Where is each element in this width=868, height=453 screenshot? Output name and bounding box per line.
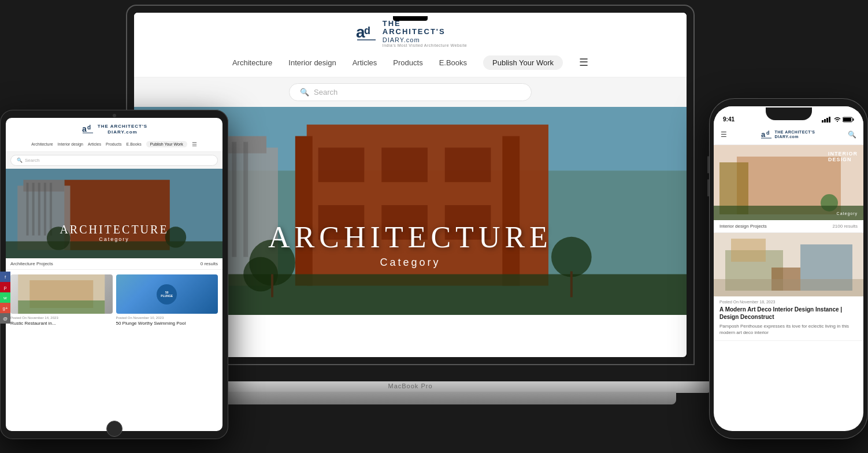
ipad-category-label: Architecture Projects [10,261,53,266]
iphone-search-icon[interactable]: 🔍 [848,131,856,139]
ipad-nav-publish[interactable]: Publish Your Work [146,141,187,147]
nav-articles[interactable]: Articles [353,58,377,67]
nav-ebooks[interactable]: E.Books [439,58,467,67]
ipad-google-icon[interactable]: g+ [6,303,10,313]
iphone-logo-icon: a d [760,128,773,141]
ipad-category-results: 0 results [201,261,218,266]
iphone-card-image [714,233,863,296]
ipad-facebook-icon[interactable]: f [6,272,10,282]
ipad-home-button[interactable] [106,421,123,437]
iphone-nav-bar: ☰ a d THE ARCHITECT'SDIARY.com 🔍 [714,125,863,145]
ipad-logo-icon: a d [81,122,95,136]
svg-rect-70 [731,239,766,262]
iphone-signal-area [822,117,854,122]
ipad-pinterest-icon[interactable]: p [6,282,10,292]
ipad-logo-title: THE ARCHITECT'SDIARY.com [98,124,147,135]
ipad-hamburger-icon[interactable]: ☰ [192,141,197,147]
iphone-signal-icon [822,117,832,122]
logo-dotcom: DIARY.com [383,36,467,43]
ipad-card-1[interactable]: Posted On November 14, 2023 Rustic Resta… [10,274,113,326]
iphone-logo: a d THE ARCHITECT'SDIARY.com [760,128,815,141]
iphone-card-desc: Pamposh Penthouse expresses its love for… [719,323,858,336]
svg-text:a: a [82,124,87,133]
svg-rect-72 [714,279,863,296]
hamburger-icon[interactable]: ☰ [579,56,588,69]
nav-publish-button[interactable]: Publish Your Work [483,55,563,70]
website-header: a d THE ARCHITECT'S DIARY.com India's Mo… [134,13,687,77]
iphone-notch [766,107,812,120]
ipad-email-icon[interactable]: @ [6,313,10,324]
ipad-card-badge: 50PLUNGE [157,284,177,305]
iphone-hero: INTERIORDESIGN Category [714,145,863,220]
svg-rect-49 [18,300,105,314]
search-bar-container: 🔍 Search [134,77,687,107]
nav-interior-design[interactable]: Interior design [288,58,336,67]
iphone-category-row: Interior design Projects 2100 results [714,220,863,233]
ipad-search-box[interactable]: 🔍 Search [10,155,218,166]
iphone-card-title: A Modern Art Deco Interior Design Instan… [719,306,858,321]
iphone-vol-up-button[interactable] [707,156,709,173]
iphone-card-img-svg [714,233,863,296]
hero-subtitle: Category [268,257,552,269]
logo-area: a d THE ARCHITECT'S DIARY.com India's Mo… [134,20,687,47]
ipad-nav-interior[interactable]: Interior design [58,142,83,146]
ipad-category-row: Architecture Projects 0 results [6,258,222,270]
iphone-category-label: Interior design Projects [719,224,767,229]
ipad-search-icon: 🔍 [17,158,23,163]
logo-line1: THE [383,20,467,28]
nav-architecture[interactable]: Architecture [232,58,272,67]
ipad-nav: Architecture Interior design Articles Pr… [9,139,219,149]
svg-text:d: d [87,124,91,131]
logo-tagline: India's Most Visited Architecture Websit… [383,43,467,47]
svg-text:a: a [761,130,766,139]
iphone-hamburger-icon[interactable]: ☰ [721,131,727,139]
macbook-notch [393,16,428,21]
svg-rect-56 [853,118,854,121]
ipad-search-placeholder: Search [25,158,39,163]
ipad-cards: Posted On November 14, 2023 Rustic Resta… [6,270,222,331]
svg-text:d: d [364,25,370,36]
ipad-social-bar: f p w g+ @ [6,272,10,324]
ipad-card-1-image [10,274,113,314]
ipad-hero-overlay [6,169,222,258]
ipad-nav-architecture[interactable]: Architecture [31,142,53,146]
iphone-card[interactable]: Posted On November 18, 2023 A Modern Art… [714,233,863,341]
iphone-hero-label: INTERIORDESIGN [828,151,858,162]
ipad-card-2-date: Posted On November 10, 2023 [116,316,218,320]
hero-text: ARCHITECTURE Category [268,220,552,269]
ipad-card-2-title: 50 Plunge Worthy Swimming Pool [116,321,218,326]
ipad-logo: a d THE ARCHITECT'SDIARY.com [9,122,219,136]
ipad-whatsapp-icon[interactable]: w [6,292,10,303]
main-nav: Architecture Interior design Articles Pr… [134,53,687,72]
nav-products[interactable]: Products [393,58,422,67]
search-wrapper[interactable]: 🔍 Search [289,83,532,101]
site-logo-icon: a d [354,21,378,46]
iphone-hero-category: Category [837,211,858,216]
ipad-card-1-img-svg [10,274,113,314]
logo-text: THE ARCHITECT'S DIARY.com India's Most V… [383,20,467,47]
ipad-nav-products[interactable]: Products [106,142,122,146]
iphone-vol-down-button[interactable] [707,179,709,196]
iphone-logo-title: THE ARCHITECT'SDIARY.com [775,130,815,140]
ipad-nav-ebooks[interactable]: E.Books [127,142,142,146]
macbook-label: MacBook Pro [388,383,432,389]
svg-rect-50 [822,120,824,122]
iphone-category-count: 2100 results [832,224,858,229]
ipad-hero-text: ARCHITECTURE Category [60,223,168,242]
ipad-card-1-date: Posted On November 14, 2023 [10,316,113,320]
iphone-wifi-icon [834,117,841,122]
hero-title: ARCHITECTURE [268,220,552,254]
iphone-card-date: Posted On November 18, 2023 [719,300,858,304]
svg-rect-51 [824,119,826,122]
ipad-nav-articles[interactable]: Articles [88,142,101,146]
ipad-hero-title: ARCHITECTURE [60,223,168,236]
iphone-time: 9:41 [723,116,735,122]
ipad-card-2[interactable]: 50PLUNGE Posted On November 10, 2023 50 … [116,274,218,326]
ipad-card-2-image: 50PLUNGE [116,274,218,314]
svg-rect-55 [843,118,851,121]
logo-line2: ARCHITECT'S [383,28,467,36]
ipad-card-1-title: Rustic Restaurant in... [10,321,113,326]
ipad-search: 🔍 Search [6,152,222,169]
iphone-device: 9:41 [709,98,868,439]
search-icon: 🔍 [300,88,309,96]
